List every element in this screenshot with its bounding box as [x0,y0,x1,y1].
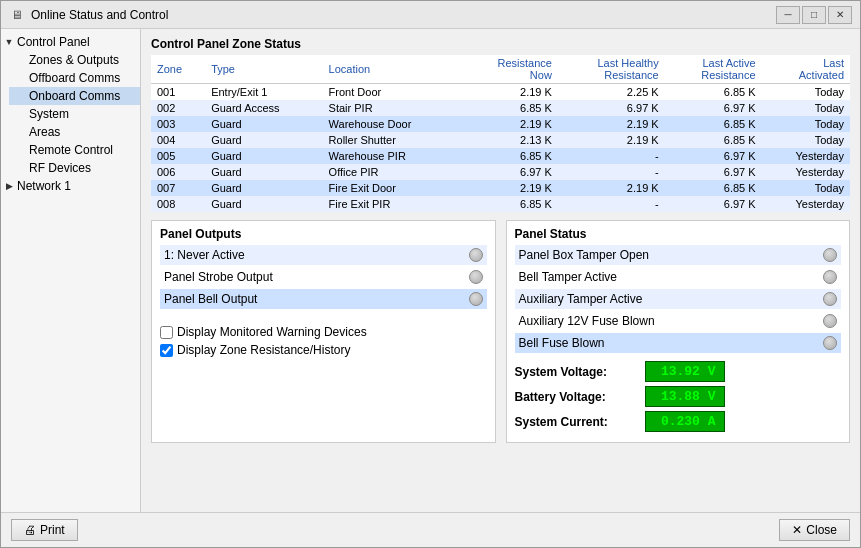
maximize-button[interactable]: □ [802,6,826,24]
panel-status-label: Auxiliary 12V Fuse Blown [519,314,655,328]
panel-outputs-box: Panel Outputs 1: Never Active Panel Stro… [151,220,496,443]
cell-last-active: 6.97 K [665,148,762,164]
close-label: Close [806,523,837,537]
panel-output-label: Panel Strobe Output [164,270,273,284]
cell-last-healthy: - [558,164,665,180]
cell-last-activated: Today [762,132,850,148]
sidebar-item-offboard-comms[interactable]: Offboard Comms [9,69,140,87]
led-indicator [823,314,837,328]
cell-zone: 008 [151,196,205,212]
cell-last-activated: Today [762,100,850,116]
cell-type: Guard [205,116,322,132]
zone-resistance-checkbox[interactable] [160,344,173,357]
panel-status-label: Panel Box Tamper Open [519,248,650,262]
footer: 🖨 Print ✕ Close [1,512,860,547]
right-panel: Control Panel Zone Status Zone Type Loca… [141,29,860,512]
table-row: 004 Guard Roller Shutter 2.13 K 2.19 K 6… [151,132,850,148]
cell-zone: 001 [151,84,205,101]
expand-icon: ▶ [1,178,17,194]
panel-status-row: Auxiliary Tamper Active [515,289,842,309]
app-icon: 🖥 [9,7,25,23]
panel-output-row: Panel Bell Output [160,289,487,309]
cell-last-activated: Yesterday [762,148,850,164]
voltage-label: System Voltage: [515,365,645,379]
monitored-warning-text: Display Monitored Warning Devices [177,325,367,339]
panel-outputs-list: 1: Never Active Panel Strobe Output Pane… [160,245,487,309]
section-title: Control Panel Zone Status [151,37,850,51]
zone-status-section: Control Panel Zone Status Zone Type Loca… [151,37,850,212]
cell-type: Guard [205,148,322,164]
panel-output-label: Panel Bell Output [164,292,257,306]
close-icon: ✕ [792,523,802,537]
sidebar: ▼ Control Panel Zones & Outputs Offboard… [1,29,141,512]
main-content: ▼ Control Panel Zones & Outputs Offboard… [1,29,860,512]
sidebar-item-areas[interactable]: Areas [9,123,140,141]
print-button[interactable]: 🖨 Print [11,519,78,541]
led-indicator [469,248,483,262]
table-row: 002 Guard Access Stair PIR 6.85 K 6.97 K… [151,100,850,116]
sidebar-item-rf-devices[interactable]: RF Devices [9,159,140,177]
cell-type: Guard Access [205,100,322,116]
cell-type: Guard [205,196,322,212]
col-last-healthy: Last HealthyResistance [558,55,665,84]
close-window-button[interactable]: ✕ [828,6,852,24]
cell-last-active: 6.85 K [665,84,762,101]
sidebar-item-zones-outputs[interactable]: Zones & Outputs [9,51,140,69]
sidebar-label: Network 1 [17,179,71,193]
panels-row: Panel Outputs 1: Never Active Panel Stro… [151,220,850,443]
cell-last-healthy: - [558,196,665,212]
cell-last-active: 6.85 K [665,132,762,148]
panel-status-row: Bell Tamper Active [515,267,842,287]
cell-last-active: 6.85 K [665,116,762,132]
voltage-display: 0.230 A [645,411,725,432]
sidebar-item-onboard-comms[interactable]: Onboard Comms [9,87,140,105]
panel-status-row: Bell Fuse Blown [515,333,842,353]
sidebar-item-control-panel[interactable]: ▼ Control Panel [1,33,140,51]
cell-resistance-now: 6.85 K [461,196,558,212]
cell-zone: 005 [151,148,205,164]
spacer-icon [13,160,29,176]
sidebar-label: Areas [29,125,60,139]
minimize-button[interactable]: ─ [776,6,800,24]
zone-resistance-label[interactable]: Display Zone Resistance/History [160,343,350,357]
cell-last-activated: Yesterday [762,164,850,180]
cell-zone: 004 [151,132,205,148]
cell-type: Guard [205,164,322,180]
panel-status-box: Panel Status Panel Box Tamper Open Bell … [506,220,851,443]
led-indicator [823,270,837,284]
cell-location: Front Door [323,84,461,101]
sidebar-item-network-1[interactable]: ▶ Network 1 [1,177,140,195]
sidebar-label: RF Devices [29,161,91,175]
table-row: 003 Guard Warehouse Door 2.19 K 2.19 K 6… [151,116,850,132]
sidebar-item-remote-control[interactable]: Remote Control [9,141,140,159]
close-button[interactable]: ✕ Close [779,519,850,541]
voltage-rows: System Voltage: 13.92 V Battery Voltage:… [515,361,842,432]
voltage-row: System Current: 0.230 A [515,411,842,432]
panel-status-title: Panel Status [515,227,842,241]
window-title: Online Status and Control [31,8,776,22]
led-indicator [469,292,483,306]
cell-last-healthy: 2.19 K [558,180,665,196]
monitored-warning-checkbox[interactable] [160,326,173,339]
cell-resistance-now: 2.19 K [461,84,558,101]
print-icon: 🖨 [24,523,36,537]
cell-last-healthy: - [558,148,665,164]
monitored-warning-label[interactable]: Display Monitored Warning Devices [160,325,367,339]
led-indicator [823,292,837,306]
cell-last-activated: Today [762,180,850,196]
sidebar-item-system[interactable]: System [9,105,140,123]
cell-type: Guard [205,180,322,196]
col-resistance-now: ResistanceNow [461,55,558,84]
cell-location: Office PIR [323,164,461,180]
panel-output-row: Panel Strobe Output [160,267,487,287]
col-location: Location [323,55,461,84]
cell-last-healthy: 6.97 K [558,100,665,116]
col-last-activated: LastActivated [762,55,850,84]
sidebar-label: Remote Control [29,143,113,157]
spacer-icon [13,88,29,104]
expand-icon: ▼ [1,34,17,50]
cell-last-active: 6.97 K [665,100,762,116]
spacer-icon [13,70,29,86]
led-indicator [823,248,837,262]
spacer-icon [13,142,29,158]
